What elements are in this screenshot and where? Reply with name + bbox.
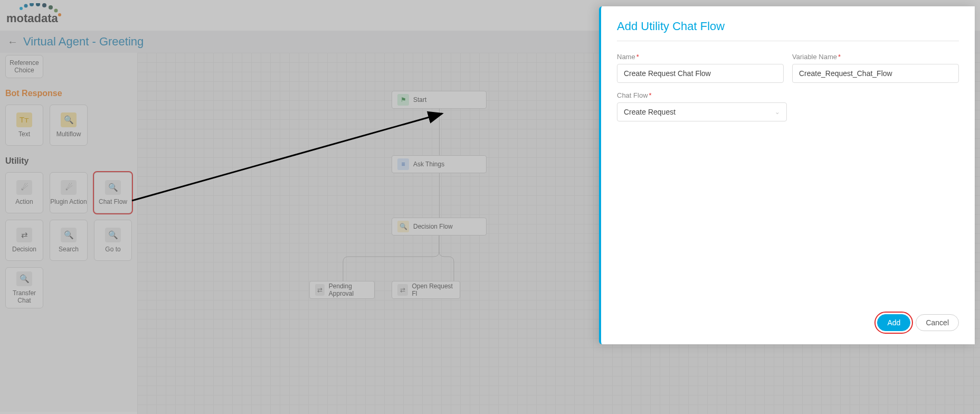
name-input[interactable] (617, 64, 784, 83)
label-name: Name* (617, 53, 784, 61)
label-variable-name: Variable Name* (792, 53, 959, 61)
add-utility-chat-flow-modal: Add Utility Chat Flow Name* Variable Nam… (599, 6, 975, 344)
modal-title: Add Utility Chat Flow (617, 20, 959, 41)
chat-flow-select[interactable]: Create Request ⌄ (617, 102, 787, 121)
select-value: Create Request (624, 108, 675, 116)
label-chat-flow: Chat Flow* (617, 91, 787, 99)
variable-name-input[interactable] (792, 64, 959, 83)
cancel-button[interactable]: Cancel (916, 314, 959, 331)
chevron-down-icon: ⌄ (775, 108, 780, 116)
add-button[interactable]: Add (877, 314, 910, 331)
